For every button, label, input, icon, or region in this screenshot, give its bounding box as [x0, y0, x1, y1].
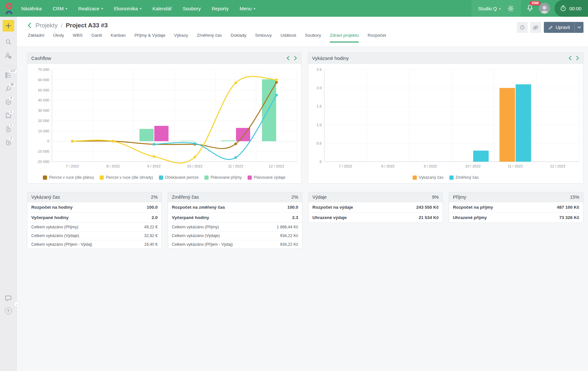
tab-ukoly[interactable]: Úkoly: [53, 33, 64, 43]
tab-kanban[interactable]: Kanban: [111, 33, 126, 43]
workspace-switcher[interactable]: Studio Q ▴: [478, 6, 501, 11]
chart-prev-button[interactable]: [568, 56, 572, 61]
nav-item-realizace[interactable]: Realizace▾: [78, 6, 103, 11]
legend-item-penize-v-ruce-dle-uhrady[interactable]: Peníze v ruce (dle úhrady): [100, 175, 153, 180]
content-area: Cashflow 70 00060 00050 00040 00030 0002…: [17, 47, 588, 249]
nav-item-crm[interactable]: CRM▾: [53, 6, 67, 11]
svg-text:-20 000: -20 000: [37, 160, 49, 164]
cashflow-legend: Peníze v ruce (dle plánu)Peníze v ruce (…: [29, 175, 300, 183]
cashflow-card-header: Cashflow: [27, 53, 301, 64]
sidebar-tasks-button[interactable]: 127: [5, 71, 12, 79]
nav-item-soubory[interactable]: Soubory: [183, 6, 201, 11]
project-tabs: ZákladníÚkolyWBSGanttKanbanPříjmy & Výda…: [28, 33, 588, 43]
chart-prev-button[interactable]: [286, 56, 290, 61]
nav-item-ekonomika[interactable]: Ekonomika▾: [114, 6, 141, 11]
tab-zakladni[interactable]: Základní: [28, 33, 44, 43]
sidebar-documents-button[interactable]: 1: [5, 125, 12, 133]
svg-text:2.0: 2.0: [317, 86, 322, 90]
svg-text:10 / 2022: 10 / 2022: [465, 164, 481, 168]
timer-icon: [519, 24, 525, 31]
tab-smlouvy[interactable]: Smlouvy: [255, 33, 272, 43]
stat-card-prijmy: Příjmy15%Rozpočet na příjmy487 100 KčUhr…: [449, 192, 583, 223]
legend-swatch: [204, 176, 209, 180]
sidebar-add-person-button[interactable]: [5, 52, 12, 59]
workspace-panel: Studio Q ▴: [472, 0, 521, 17]
tab-soubory[interactable]: Soubory: [305, 33, 321, 43]
hours-card-header: Vykázané hodiny: [308, 53, 583, 64]
sidebar-inspect-button[interactable]: 38: [5, 85, 12, 92]
tab-zdravi-projektu[interactable]: Zdraví projektu: [330, 33, 359, 43]
svg-text:12 / 2022: 12 / 2022: [269, 164, 284, 168]
chart-next-button[interactable]: [576, 56, 579, 61]
tab-prijmy-vydaje[interactable]: Příjmy & Výdaje: [134, 33, 165, 43]
top-navbar: NástěnkaCRM▾Realizace▾Ekonomika▾Kalendář…: [0, 0, 588, 17]
legend-swatch: [413, 176, 417, 180]
legend-label: Peníze v ruce (dle úhrady): [106, 175, 153, 180]
chat-button[interactable]: [5, 294, 12, 302]
tab-udalosti[interactable]: Události: [280, 33, 296, 43]
svg-text:-10 000: -10 000: [37, 149, 49, 153]
legend-item-ocekavane-penize[interactable]: Očekávané peníze: [159, 175, 199, 180]
stat-row: Rozpočet na příjmy487 100 Kč: [449, 202, 583, 213]
nav-item-reporty[interactable]: Reporty: [212, 6, 229, 11]
legend-item-planovane-vydaje[interactable]: Plánované výdaje: [248, 175, 286, 180]
tab-vykazy[interactable]: Výkazy: [174, 33, 188, 43]
legend-item-zmereny-cas[interactable]: Změřený čas: [449, 175, 479, 180]
back-button[interactable]: [27, 23, 32, 28]
sidebar-expand-button[interactable]: ›: [14, 301, 20, 307]
sidebar-search-button[interactable]: [5, 38, 12, 46]
nav-item-menu[interactable]: Menu▾: [240, 6, 255, 11]
svg-text:12 / 2022: 12 / 2022: [550, 164, 565, 168]
settings-button[interactable]: [507, 5, 514, 12]
stat-card-title: Změřený čas: [172, 195, 199, 200]
notifications-button[interactable]: 2588: [526, 4, 534, 13]
svg-text:8 / 2022: 8 / 2022: [381, 164, 395, 168]
sidebar-journal-button[interactable]: 1: [5, 112, 12, 119]
breadcrumb-parent-link[interactable]: Projekty: [35, 22, 58, 29]
cashflow-card: Cashflow 70 00060 00050 00040 00030 0002…: [27, 52, 301, 184]
svg-text:11 / 2022: 11 / 2022: [508, 164, 523, 168]
cashflow-chart-canvas[interactable]: 70 00060 00050 00040 00030 00020 00010 0…: [29, 65, 300, 175]
user-avatar[interactable]: [539, 3, 550, 14]
stat-card-header: Výdaje9%: [309, 192, 443, 202]
stat-card-title: Vykázaný čas: [31, 195, 60, 200]
time-tracker[interactable]: 00:00: [554, 0, 588, 17]
approvals-count-badge: 3: [8, 96, 14, 101]
unwatch-button[interactable]: [530, 22, 541, 33]
edit-dropdown-button[interactable]: [574, 22, 583, 33]
legend-swatch: [159, 176, 163, 180]
chevron-down-icon: [577, 25, 581, 29]
legend-item-penize-v-ruce-dle-planu[interactable]: Peníze v ruce (dle plánu): [43, 175, 94, 180]
app-logo[interactable]: [0, 3, 18, 14]
tab-zmereny-cas[interactable]: Změřený čas: [197, 33, 222, 43]
tab-doklady[interactable]: Doklady: [230, 33, 246, 43]
stat-card-zmereny-cas: Změřený čas2%Rozpočet na změřený čas100.…: [168, 192, 302, 249]
charts-row: Cashflow 70 00060 00050 00040 00030 0002…: [27, 52, 583, 184]
pencil-icon: [548, 25, 553, 30]
stat-row: Celkem vykázáno (Výdaje)934,22 Kč: [168, 232, 302, 240]
stat-row: Rozpočet na hodiny100.0: [27, 202, 162, 213]
stat-row-value: 49,22 €: [144, 225, 158, 229]
quick-add-button[interactable]: [3, 20, 14, 32]
tab-wbs[interactable]: WBS: [73, 33, 83, 43]
hours-card: Vykázané hodiny 2.52.01.51.00.507 / 2022…: [308, 52, 583, 184]
hours-chart-canvas[interactable]: 2.52.01.51.00.507 / 20228 / 20229 / 2022…: [309, 65, 582, 175]
header-actions: Upravit: [517, 22, 583, 33]
tab-gantt[interactable]: Gantt: [91, 33, 102, 43]
chart-next-button[interactable]: [294, 56, 297, 61]
legend-item-planovane-prijmy[interactable]: Plánované příjmy: [204, 175, 242, 180]
nav-item-label: Reporty: [212, 6, 229, 11]
stat-row-value: 2.3: [292, 215, 298, 220]
stat-row: Vyčerpané hodiny2.0: [27, 213, 162, 223]
tab-rozpocet[interactable]: Rozpočet: [368, 33, 386, 43]
hours-chart: 2.52.01.51.00.507 / 20228 / 20229 / 2022…: [308, 64, 583, 183]
legend-item-vykazany-cas[interactable]: Vykázaný čas: [413, 175, 444, 180]
sidebar-reminders-button[interactable]: 2: [5, 139, 12, 147]
stat-card-title: Výdaje: [312, 195, 327, 200]
edit-button[interactable]: Upravit: [544, 22, 574, 33]
nav-item-kalendar[interactable]: Kalendář: [152, 6, 172, 11]
timer-button[interactable]: [517, 22, 528, 33]
nav-item-nastenka[interactable]: Nástěnka: [21, 6, 42, 11]
sidebar-approvals-button[interactable]: 3: [5, 98, 12, 106]
help-button[interactable]: ?: [5, 307, 12, 314]
